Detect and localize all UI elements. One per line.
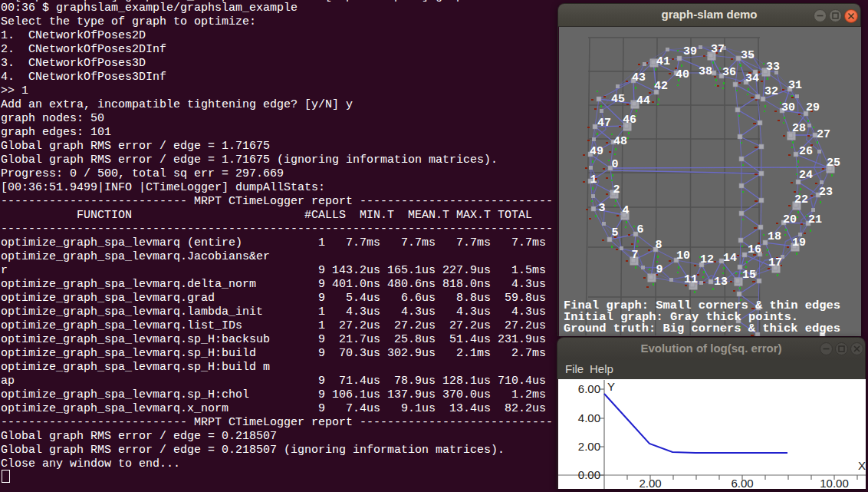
- svg-text:35: 35: [741, 49, 755, 62]
- svg-text:28: 28: [792, 122, 806, 135]
- svg-text:0: 0: [611, 158, 618, 171]
- svg-text:48: 48: [613, 135, 627, 148]
- svg-text:23: 23: [819, 186, 833, 199]
- svg-text:2.00: 2.00: [578, 440, 600, 453]
- svg-text:6: 6: [636, 223, 643, 236]
- svg-text:31: 31: [788, 79, 802, 92]
- svg-text:16: 16: [748, 243, 761, 256]
- svg-text:10: 10: [676, 249, 690, 263]
- svg-text:49: 49: [590, 145, 603, 158]
- svg-text:42: 42: [654, 80, 668, 93]
- svg-text:15: 15: [742, 269, 756, 282]
- svg-text:38: 38: [699, 65, 712, 78]
- svg-text:39: 39: [683, 45, 697, 58]
- svg-text:45: 45: [611, 93, 625, 106]
- svg-text:24: 24: [799, 169, 813, 182]
- svg-text:7: 7: [631, 249, 638, 262]
- svg-text:10.00: 10.00: [820, 477, 849, 489]
- svg-text:6.00: 6.00: [731, 477, 753, 489]
- svg-text:32: 32: [764, 85, 778, 98]
- svg-text:2: 2: [613, 183, 620, 196]
- svg-text:25: 25: [827, 157, 840, 170]
- svg-text:44: 44: [636, 94, 650, 107]
- svg-text:34: 34: [745, 72, 759, 85]
- svg-text:36: 36: [722, 66, 736, 79]
- svg-text:43: 43: [632, 71, 646, 84]
- svg-text:Final graph: Small corners & t: Final graph: Small corners & thin edges: [564, 299, 840, 312]
- svg-text:18: 18: [768, 230, 781, 243]
- svg-text:12: 12: [700, 253, 714, 266]
- svg-text:17: 17: [768, 256, 782, 269]
- svg-text:9: 9: [656, 263, 663, 276]
- svg-text:6.00: 6.00: [578, 382, 600, 395]
- svg-text:21: 21: [808, 213, 822, 226]
- svg-text:37: 37: [711, 43, 725, 56]
- svg-text:8: 8: [655, 239, 662, 252]
- svg-text:4.00: 4.00: [578, 411, 600, 424]
- svg-text:5: 5: [611, 226, 618, 239]
- svg-text:30: 30: [781, 101, 795, 114]
- svg-text:Initial graph: Gray thick poin: Initial graph: Gray thick points.: [564, 311, 798, 323]
- svg-text:29: 29: [806, 101, 820, 114]
- svg-text:19: 19: [792, 236, 806, 249]
- svg-text:13: 13: [714, 276, 728, 289]
- svg-text:Y: Y: [607, 380, 615, 393]
- svg-text:22: 22: [794, 193, 808, 206]
- svg-text:2.00: 2.00: [639, 477, 661, 489]
- svg-text:27: 27: [817, 128, 830, 141]
- svg-text:11: 11: [684, 273, 698, 286]
- svg-text:3: 3: [598, 202, 605, 215]
- svg-text:Ground truth: Big corners & th: Ground truth: Big corners & thick edges: [564, 322, 840, 335]
- svg-text:26: 26: [799, 145, 813, 158]
- svg-text:47: 47: [597, 117, 611, 130]
- svg-text:20: 20: [783, 213, 797, 226]
- svg-text:41: 41: [656, 55, 670, 68]
- svg-text:33: 33: [766, 61, 780, 74]
- svg-text:1: 1: [590, 173, 597, 187]
- svg-text:X: X: [858, 459, 866, 472]
- svg-text:40: 40: [676, 68, 689, 81]
- svg-text:0.00: 0.00: [578, 468, 600, 481]
- svg-text:4: 4: [622, 204, 629, 217]
- svg-text:14: 14: [723, 252, 737, 265]
- svg-text:46: 46: [623, 114, 636, 127]
